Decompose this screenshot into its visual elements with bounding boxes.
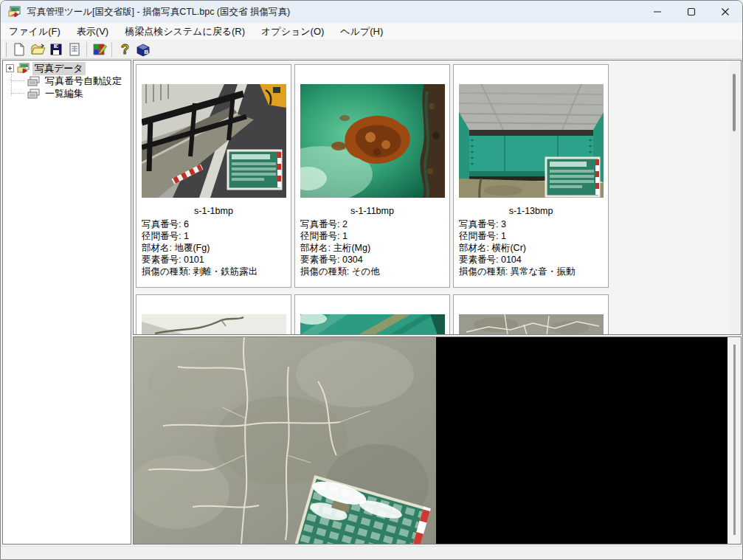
toolbar-separator xyxy=(86,42,87,57)
minimize-icon[interactable] xyxy=(640,1,674,23)
list-edit-icon xyxy=(27,89,41,99)
maximize-icon[interactable] xyxy=(674,1,708,23)
meta-line: 要素番号: 0104 xyxy=(459,254,603,266)
rust-patch-on-green-steel-photo xyxy=(300,84,445,198)
menu-options[interactable]: オプション(O) xyxy=(253,23,332,41)
meta-line: 径間番号: 1 xyxy=(459,230,603,242)
meta-line: 径間番号: 1 xyxy=(300,230,444,242)
help-glyph: ? xyxy=(121,42,129,57)
menu-help[interactable]: ヘルプ(H) xyxy=(332,23,391,41)
tree-guide-stub xyxy=(10,93,24,94)
photo-meta: 写真番号: 6 径間番号: 1 部材名: 地覆(Fg) 要素番号: 0101 損… xyxy=(136,216,291,280)
photo-filename: s-1-11bmp xyxy=(295,206,449,216)
database-cube-icon[interactable]: B xyxy=(134,41,152,58)
preview-scrollbar[interactable] xyxy=(728,337,741,544)
list-scrollbar[interactable] xyxy=(728,61,741,334)
meta-line: 径間番号: 1 xyxy=(142,230,286,242)
meta-line: 要素番号: 0101 xyxy=(142,254,286,266)
photo-data-icon xyxy=(17,63,30,74)
menu-bar: ファイル(F) 表示(V) 橋梁点検システムに戻る(R) オプション(O) ヘル… xyxy=(1,23,742,41)
photo-settings-icon xyxy=(27,76,41,86)
meta-line: 要素番号: 0304 xyxy=(300,254,444,266)
sidebar-item-label: 写真番号自動設定 xyxy=(43,75,124,88)
photo-card-partial[interactable] xyxy=(453,294,609,335)
cracked-concrete-with-survey-board-photo xyxy=(134,337,436,544)
photo-manager-app-icon xyxy=(8,6,21,18)
list-scrollbar-thumb[interactable] xyxy=(733,74,736,131)
photo-card-partial[interactable] xyxy=(294,294,450,335)
meta-line: 写真番号: 3 xyxy=(459,218,603,230)
window-title: 写真管理ツール[国交省版] - 損傷写真CTL.bpc (国交省 損傷写真) xyxy=(27,6,290,18)
photo-card-partial[interactable] xyxy=(136,294,291,335)
meta-line: 部材名: 主桁(Mg) xyxy=(300,242,444,254)
photo-meta: 写真番号: 3 径間番号: 1 部材名: 横桁(Cr) 要素番号: 0104 損… xyxy=(454,216,608,280)
toolbar: ? B xyxy=(1,41,742,59)
save-icon[interactable] xyxy=(46,41,65,58)
preview-scrollbar-thumb[interactable] xyxy=(733,345,736,535)
meta-line: 写真番号: 2 xyxy=(300,218,444,230)
preview-black-area xyxy=(436,337,728,544)
meta-line: 部材名: 横桁(Cr) xyxy=(459,242,603,254)
sidebar-item-list-edit[interactable]: 一覧編集 xyxy=(3,87,131,100)
sidebar-item-photo-data[interactable]: 写真データ xyxy=(3,62,131,75)
open-folder-icon[interactable] xyxy=(28,41,46,58)
menu-view[interactable]: 表示(V) xyxy=(69,23,117,41)
photo-number-edit-icon[interactable] xyxy=(90,41,108,58)
menu-file[interactable]: ファイル(F) xyxy=(1,23,69,41)
close-icon[interactable] xyxy=(708,1,742,23)
title-bar: 写真管理ツール[国交省版] - 損傷写真CTL.bpc (国交省 損傷写真) xyxy=(1,1,742,23)
photo-filename: s-1-1bmp xyxy=(136,206,291,216)
survey-board xyxy=(228,151,281,189)
meta-line: 写真番号: 6 xyxy=(142,218,286,230)
expander-plus-icon[interactable] xyxy=(6,64,14,72)
meta-line: 損傷の種類: 異常な音・振動 xyxy=(459,266,603,277)
photo-meta: 写真番号: 2 径間番号: 1 部材名: 主桁(Mg) 要素番号: 0304 損… xyxy=(295,216,449,280)
app-window: 写真管理ツール[国交省版] - 損傷写真CTL.bpc (国交省 損傷写真) フ… xyxy=(0,0,743,560)
photo-card[interactable]: s-1-13bmp 写真番号: 3 径間番号: 1 部材名: 横桁(Cr) 要素… xyxy=(453,64,609,288)
toolbar-gripper xyxy=(3,42,7,57)
photo-card[interactable]: s-1-1bmp 写真番号: 6 径間番号: 1 部材名: 地覆(Fg) 要素番… xyxy=(136,64,291,288)
photo-filename: s-1-13bmp xyxy=(454,206,608,216)
menu-return-to-bridge-inspection-system[interactable]: 橋梁点検システムに戻る(R) xyxy=(117,23,253,41)
tree-guide-stub xyxy=(10,80,24,82)
crack-network-concrete-photo xyxy=(459,314,604,335)
sidebar-tree: 写真データ 写真番号自動設定 一覧編集 xyxy=(2,60,131,545)
crack-on-bright-concrete-photo xyxy=(142,314,286,335)
thumbnail-list: s-1-1bmp 写真番号: 6 径間番号: 1 部材名: 地覆(Fg) 要素番… xyxy=(133,60,742,335)
database-letter-glyph: B xyxy=(144,49,148,55)
meta-line: 部材名: 地覆(Fg) xyxy=(142,242,286,254)
sidebar-item-photo-number-auto[interactable]: 写真番号自動設定 xyxy=(3,75,131,87)
teal-steel-braces-photo xyxy=(300,314,445,335)
sidebar-item-label: 一覧編集 xyxy=(43,87,86,100)
survey-board xyxy=(546,158,599,196)
road-curb-guardrail-photo xyxy=(142,84,286,198)
new-document-icon[interactable] xyxy=(10,41,28,58)
photo-card[interactable]: s-1-11bmp 写真番号: 2 径間番号: 1 部材名: 主桁(Mg) 要素… xyxy=(294,64,450,288)
meta-line: 損傷の種類: 剥離・鉄筋露出 xyxy=(142,266,286,277)
preview-pane xyxy=(133,336,742,545)
meta-line: 損傷の種類: その他 xyxy=(300,266,444,277)
teal-cross-girder-under-deck-photo xyxy=(459,84,604,198)
help-icon[interactable]: ? xyxy=(115,41,134,58)
toolbar-separator xyxy=(111,42,112,57)
status-bar xyxy=(1,546,742,560)
report-icon[interactable] xyxy=(65,41,83,58)
sidebar-item-label: 写真データ xyxy=(32,62,86,75)
